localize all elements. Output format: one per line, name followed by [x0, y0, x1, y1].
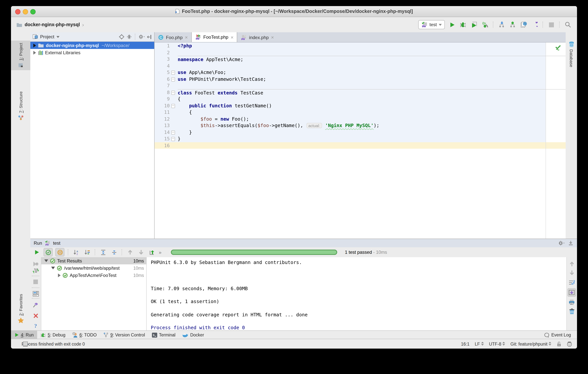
tree-expand-arrow[interactable]	[58, 273, 61, 277]
test-tree-row[interactable]: AppTest\Acme\FooTest10ms	[41, 272, 146, 279]
code-line[interactable]: 10 public function testGetName()	[155, 102, 566, 109]
vcs-update-button[interactable]	[498, 21, 505, 28]
fold-marker-icon[interactable]	[171, 77, 175, 81]
rerun-tests-button[interactable]	[32, 248, 41, 256]
code-line[interactable]: 9{	[155, 96, 566, 102]
encoding-select[interactable]: UTF-8	[489, 341, 505, 346]
code-line[interactable]: 16	[155, 142, 566, 149]
show-passed-toggle[interactable]	[43, 248, 53, 256]
toolwindow-button-5-debug[interactable]: 5: Debug	[37, 331, 69, 339]
chevron-down-icon[interactable]	[57, 36, 60, 38]
restore-layout-icon[interactable]	[32, 290, 39, 297]
project-tree-item[interactable]: docker-nginx-php-mysql~/Workspace/	[30, 42, 154, 49]
scroll-down-icon[interactable]	[568, 269, 576, 276]
run-settings-gear-icon[interactable]	[558, 241, 565, 246]
sort-by-duration-button[interactable]	[83, 248, 91, 256]
code-area[interactable]: 1<?php23namespace AppTest\Acme;45use App…	[155, 43, 566, 149]
stop-button[interactable]	[547, 21, 555, 28]
attach-debugger-button[interactable]	[481, 21, 489, 28]
tree-expand-arrow[interactable]	[33, 51, 36, 55]
test-tree-row[interactable]: /var/www/html/web/app/test10ms	[41, 264, 146, 272]
test-console-output[interactable]: PHPUnit 6.3.0 by Sebastian Bergmann and …	[147, 257, 567, 337]
code-line[interactable]: 7	[155, 82, 566, 89]
pin-tab-icon[interactable]	[32, 301, 39, 309]
editor[interactable]: 1<?php23namespace AppTest\Acme;45use App…	[155, 43, 566, 239]
tab-close-icon[interactable]: ×	[185, 35, 188, 40]
tab-close-icon[interactable]: ×	[271, 35, 274, 40]
code-line[interactable]: 15}	[155, 135, 566, 142]
code-line[interactable]: 1<?php	[155, 43, 566, 49]
collapse-all-button[interactable]	[110, 248, 118, 256]
code-line[interactable]: 5use App\Acme\Foo;	[155, 69, 566, 76]
tool-window-button-database[interactable]: Database	[566, 39, 577, 69]
tree-expand-arrow[interactable]	[44, 259, 48, 262]
fold-marker-icon[interactable]	[171, 137, 175, 141]
help-icon[interactable]: ?	[32, 322, 39, 330]
rollback-button[interactable]	[531, 21, 538, 28]
print-icon[interactable]	[568, 298, 576, 306]
import-test-results-button[interactable]	[148, 248, 156, 256]
caret-position[interactable]: 16:1	[461, 341, 470, 346]
code-line[interactable]: 6use PHPUnit\Framework\TestCase;	[155, 76, 566, 82]
editor-tab-foo-php[interactable]: CFoo.php×	[155, 33, 191, 42]
tool-window-button-2-favorites[interactable]: 2: Favorites	[11, 291, 30, 325]
test-tree-row[interactable]: Test Results10ms	[41, 257, 146, 264]
recent-changes-button[interactable]	[520, 21, 527, 28]
expand-all-button[interactable]	[99, 248, 107, 256]
fold-marker-icon[interactable]	[171, 90, 175, 95]
toggle-auto-test-icon[interactable]	[32, 267, 39, 275]
inspection-status-icon[interactable]	[555, 45, 561, 51]
code-line[interactable]: 3namespace AppTest\Acme;	[155, 56, 566, 62]
code-line[interactable]: 8class FooTest extends TestCase	[155, 89, 566, 96]
line-ending-select[interactable]: LF	[475, 341, 484, 346]
fold-marker-icon[interactable]	[171, 104, 175, 108]
scroll-to-end-icon[interactable]	[567, 288, 576, 297]
clear-console-icon[interactable]	[568, 308, 576, 315]
tool-window-button-7-structure[interactable]: 7: Structure	[11, 89, 30, 123]
breadcrumb-project[interactable]: docker-nginx-php-mysql	[25, 22, 80, 27]
tool-window-switcher-icon[interactable]	[23, 341, 28, 347]
code-line[interactable]: 2	[155, 49, 566, 56]
show-ignored-toggle[interactable]	[55, 248, 64, 256]
tree-expand-arrow[interactable]	[51, 267, 55, 269]
gear-icon[interactable]	[139, 34, 145, 39]
next-occurrence-button[interactable]	[137, 248, 145, 256]
project-panel-header[interactable]: Project	[30, 32, 154, 42]
toolwindow-button-9-version-control[interactable]: 9: Version Control	[100, 331, 148, 339]
stop-process-icon[interactable]	[32, 278, 39, 286]
soft-wrap-icon[interactable]	[568, 279, 576, 286]
fold-marker-icon[interactable]	[171, 130, 175, 134]
search-everywhere-icon[interactable]	[564, 21, 572, 28]
run-configuration-select[interactable]: php test	[418, 20, 445, 29]
run-button[interactable]	[448, 21, 456, 28]
project-tree-item[interactable]: External Libraries	[30, 49, 154, 56]
code-line[interactable]: 4	[155, 62, 566, 69]
tool-window-button-1-project[interactable]: 1: Project	[11, 41, 30, 70]
tree-expand-arrow[interactable]	[33, 44, 36, 47]
collapse-all-icon[interactable]	[126, 34, 132, 39]
code-line[interactable]: 13 $this->assertEquals($foo->getName(), …	[155, 122, 566, 129]
breadcrumb[interactable]: docker-nginx-php-mysql ›	[16, 22, 84, 28]
fold-marker-icon[interactable]	[171, 71, 175, 75]
hide-panel-icon[interactable]	[147, 34, 152, 39]
code-line[interactable]: 11 {	[155, 109, 566, 115]
locate-file-icon[interactable]	[119, 34, 124, 39]
event-log-button[interactable]: Event Log	[544, 332, 571, 337]
git-branch-select[interactable]: Git: feature/phpunit	[510, 341, 551, 346]
previous-occurrence-button[interactable]	[126, 248, 134, 256]
run-with-coverage-button[interactable]	[470, 21, 478, 28]
toolwindow-button-docker[interactable]: Docker	[179, 331, 207, 339]
sort-alphabetically-button[interactable]: az	[72, 248, 80, 256]
rerun-failed-tests-icon[interactable]: !	[32, 260, 39, 268]
close-panel-icon[interactable]	[32, 312, 39, 319]
toolwindow-button-terminal[interactable]: Terminal	[148, 331, 179, 339]
scroll-up-icon[interactable]	[568, 260, 576, 268]
vcs-commit-button[interactable]	[509, 21, 516, 28]
inspection-profile-hector-icon[interactable]	[567, 341, 572, 347]
write-access-lock-icon[interactable]	[556, 341, 561, 347]
code-line[interactable]: 12 $foo = new Foo();	[155, 115, 566, 122]
tab-close-icon[interactable]: ×	[231, 35, 233, 40]
toolwindow-button-4-run[interactable]: 4: Run	[11, 331, 37, 339]
code-line[interactable]: 14 }	[155, 129, 566, 135]
dock-pin-icon[interactable]	[568, 241, 573, 245]
